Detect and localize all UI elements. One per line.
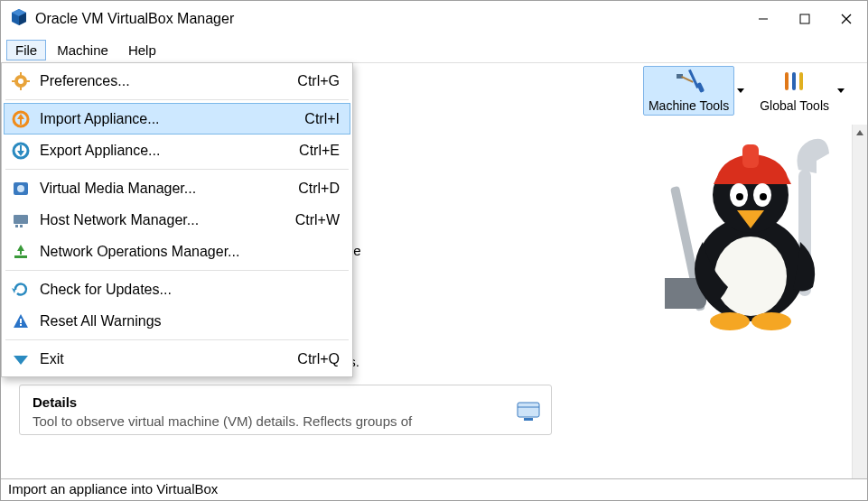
tool-buttons: Machine Tools Global Tools — [643, 66, 845, 116]
menu-item-label: Export Appliance... — [40, 143, 299, 159]
svg-point-45 — [17, 185, 24, 192]
minimize-button[interactable] — [742, 1, 784, 37]
svg-rect-38 — [12, 80, 15, 82]
svg-marker-43 — [17, 145, 24, 156]
status-text: Import an appliance into VirtualBox — [8, 481, 218, 496]
network-card-icon — [9, 210, 33, 230]
svg-rect-13 — [792, 72, 796, 90]
details-text: Tool to observe virtual machine (VM) det… — [33, 413, 538, 429]
maximize-button[interactable] — [784, 1, 826, 37]
details-box: Details Tool to observe virtual machine … — [19, 385, 552, 435]
menu-item-shortcut: Ctrl+W — [295, 212, 345, 228]
menu-host-network-manager[interactable]: Host Network Manager... Ctrl+W — [4, 204, 350, 236]
menu-item-label: Reset All Warnings — [40, 313, 340, 329]
menu-exit[interactable]: Exit Ctrl+Q — [4, 343, 350, 375]
svg-rect-54 — [20, 324, 22, 326]
menu-help[interactable]: Help — [119, 40, 165, 60]
menu-machine[interactable]: Machine — [48, 40, 117, 60]
menu-item-shortcut: Ctrl+I — [304, 111, 345, 127]
vertical-scrollbar[interactable] — [852, 125, 867, 478]
svg-point-35 — [18, 79, 23, 84]
menu-check-for-updates[interactable]: Check for Updates... — [4, 274, 350, 305]
menu-reset-all-warnings[interactable]: Reset All Warnings — [4, 305, 350, 337]
svg-rect-30 — [518, 403, 539, 417]
import-icon — [9, 109, 33, 129]
menu-item-label: Host Network Manager... — [40, 212, 295, 228]
svg-marker-50 — [17, 245, 24, 255]
download-icon — [9, 242, 33, 262]
hammer-screwdriver-icon — [674, 69, 705, 98]
svg-rect-49 — [14, 255, 27, 258]
menu-item-shortcut: Ctrl+Q — [297, 351, 345, 367]
menu-separator — [5, 169, 349, 170]
menu-file[interactable]: File — [6, 40, 46, 60]
close-button[interactable] — [826, 1, 867, 37]
menu-export-appliance[interactable]: Export Appliance... Ctrl+E — [4, 135, 350, 166]
menu-separator — [5, 99, 349, 100]
machine-tools-button[interactable]: Machine Tools — [643, 66, 745, 116]
menu-separator — [5, 339, 349, 340]
svg-rect-47 — [15, 225, 18, 227]
details-icon — [517, 402, 540, 424]
global-tools-label: Global Tools — [760, 98, 829, 113]
details-title: Details — [33, 394, 538, 410]
scrollbar-track[interactable] — [853, 140, 867, 478]
tools-icon — [779, 69, 810, 98]
menu-item-shortcut: Ctrl+D — [298, 181, 345, 197]
menu-item-label: Network Operations Manager... — [40, 244, 340, 260]
menu-item-label: Preferences... — [40, 73, 297, 89]
menu-separator — [5, 270, 349, 271]
title-bar: Oracle VM VirtualBox Manager — [1, 1, 867, 37]
svg-marker-11 — [737, 88, 744, 93]
menu-item-label: Exit — [40, 351, 297, 367]
svg-rect-39 — [26, 80, 30, 82]
window-title: Oracle VM VirtualBox Manager — [35, 11, 234, 27]
menu-item-label: Check for Updates... — [40, 282, 340, 298]
menu-item-shortcut: Ctrl+E — [299, 143, 345, 159]
svg-marker-15 — [837, 88, 845, 93]
menu-item-label: Import Appliance... — [40, 111, 304, 127]
svg-marker-55 — [14, 356, 28, 365]
menu-item-shortcut: Ctrl+G — [297, 73, 345, 89]
svg-marker-33 — [856, 130, 863, 135]
chevron-down-icon[interactable] — [836, 73, 845, 109]
menu-network-operations-manager[interactable]: Network Operations Manager... — [4, 236, 350, 267]
file-menu-dropdown: Preferences... Ctrl+G Import Appliance..… — [1, 62, 353, 377]
menu-bar: File Machine Help — [1, 37, 867, 62]
refresh-icon — [9, 280, 33, 300]
svg-rect-14 — [799, 72, 803, 90]
scroll-up-icon[interactable] — [853, 125, 867, 140]
virtualbox-icon — [10, 8, 28, 29]
global-tools-button[interactable]: Global Tools — [754, 66, 845, 116]
menu-import-appliance[interactable]: Import Appliance... Ctrl+I — [4, 103, 350, 135]
svg-rect-53 — [20, 319, 22, 323]
svg-rect-12 — [785, 72, 789, 90]
gear-icon — [9, 71, 33, 91]
disk-icon — [9, 179, 33, 199]
menu-preferences[interactable]: Preferences... Ctrl+G — [4, 65, 350, 97]
svg-rect-46 — [14, 215, 28, 224]
svg-rect-36 — [20, 72, 22, 76]
chevron-down-icon[interactable] — [736, 73, 745, 109]
svg-rect-37 — [20, 87, 22, 90]
svg-marker-41 — [17, 114, 24, 125]
warning-icon — [9, 311, 33, 331]
exit-icon — [9, 349, 33, 369]
export-icon — [9, 141, 33, 161]
menu-item-label: Virtual Media Manager... — [40, 181, 298, 197]
svg-rect-4 — [800, 14, 809, 23]
status-bar: Import an appliance into VirtualBox — [1, 478, 867, 500]
svg-rect-32 — [524, 418, 533, 421]
machine-tools-label: Machine Tools — [649, 98, 729, 113]
svg-rect-48 — [20, 225, 23, 227]
menu-virtual-media-manager[interactable]: Virtual Media Manager... Ctrl+D — [4, 172, 350, 204]
